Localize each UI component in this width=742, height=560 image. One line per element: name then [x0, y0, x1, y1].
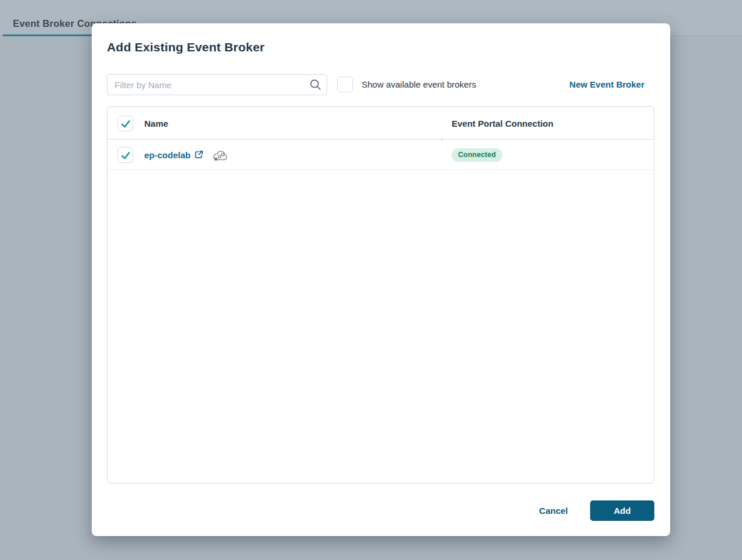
- filter-field-wrapper: [107, 74, 327, 95]
- dialog-footer: Cancel Add: [539, 500, 654, 521]
- column-header-name[interactable]: Name: [144, 119, 168, 128]
- connection-status-badge: Connected: [452, 148, 502, 162]
- table-row[interactable]: ep-codelab Connected: [108, 140, 654, 170]
- row-checkbox[interactable]: [117, 147, 133, 163]
- dialog-title: Add Existing Event Broker: [107, 40, 265, 54]
- cloud-broker-icon: [212, 148, 230, 163]
- external-link-icon[interactable]: [195, 150, 203, 159]
- search-icon: [310, 79, 321, 91]
- cancel-button[interactable]: Cancel: [539, 506, 568, 516]
- show-available-label: Show available event brokers: [362, 79, 476, 89]
- add-button[interactable]: Add: [590, 500, 654, 521]
- filter-by-name-input[interactable]: [107, 74, 327, 95]
- select-all-checkbox[interactable]: [117, 116, 133, 131]
- table-header-row: Name Event Portal Connection: [108, 107, 654, 140]
- page-background: Event Broker Connections Add Existing Ev…: [0, 0, 742, 560]
- event-broker-table: Name Event Portal Connection ep-codelab: [107, 106, 654, 484]
- add-existing-event-broker-dialog: Add Existing Event Broker Show available…: [92, 23, 670, 536]
- check-icon: [120, 119, 131, 129]
- column-header-event-portal-connection[interactable]: Event Portal Connection: [452, 119, 553, 128]
- show-available-checkbox[interactable]: [337, 76, 353, 92]
- broker-name-cell: ep-codelab: [144, 140, 230, 170]
- new-event-broker-link[interactable]: New Event Broker: [570, 79, 644, 89]
- check-icon: [120, 150, 131, 161]
- broker-name-link[interactable]: ep-codelab: [144, 150, 190, 160]
